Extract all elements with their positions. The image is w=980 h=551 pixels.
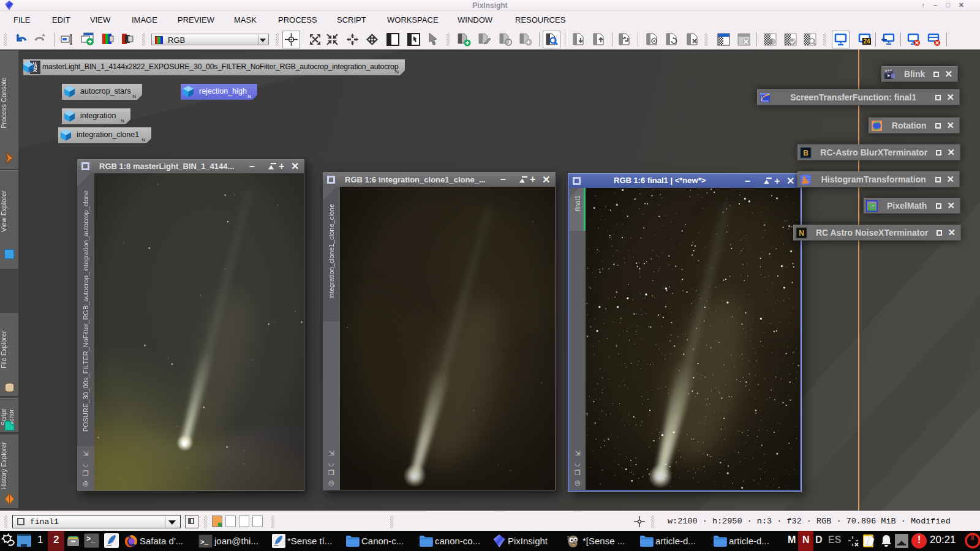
svg-text:N: N	[799, 229, 804, 238]
svg-text:B: B	[803, 149, 809, 157]
svg-text:24: 24	[863, 38, 870, 45]
